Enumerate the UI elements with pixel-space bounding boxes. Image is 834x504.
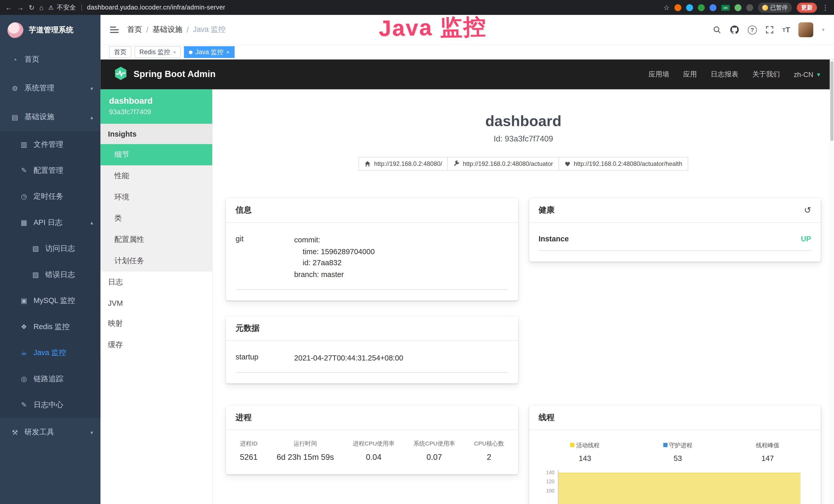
monitor-icon: ▤ bbox=[10, 113, 19, 121]
avatar-caret-icon[interactable]: ▾ bbox=[822, 27, 824, 32]
fullscreen-icon[interactable] bbox=[765, 25, 774, 34]
sba-item-environment[interactable]: 环境 bbox=[101, 187, 212, 208]
sidebar-item-infra[interactable]: ▤ 基础设施 ▴ bbox=[0, 103, 101, 132]
sba-item-caches[interactable]: 缓存 bbox=[101, 335, 212, 356]
extension-icon[interactable] bbox=[734, 4, 742, 11]
menu-dots-icon[interactable]: ⋮ bbox=[822, 3, 829, 11]
sidebar-item-label: 文件管理 bbox=[34, 140, 63, 149]
breadcrumb-infra[interactable]: 基础设施 bbox=[153, 25, 182, 35]
process-metrics: 进程ID 5261 运行时间 6d 23h 15m 59s 进程CPU使用率 bbox=[236, 439, 508, 465]
user-avatar[interactable] bbox=[798, 22, 813, 37]
collapse-sidebar-icon[interactable] bbox=[110, 27, 119, 33]
health-url-link[interactable]: http://192.168.0.2:48080/actuator/health bbox=[558, 157, 688, 171]
annotation-java-monitor: Java 监控 bbox=[378, 12, 487, 43]
breadcrumb-home[interactable]: 首页 bbox=[127, 25, 142, 35]
extension-on-icon[interactable]: on bbox=[721, 5, 730, 10]
extension-icon[interactable] bbox=[686, 4, 693, 11]
history-icon[interactable]: ↺ bbox=[804, 205, 811, 215]
warning-icon: ⚠ bbox=[48, 4, 53, 11]
browser-toolbar: ← → ↻ ⌂ ⚠ 不安全 dashboard.yudao.iocoder.cn… bbox=[0, 0, 834, 15]
access-log-icon: ▧ bbox=[31, 245, 40, 253]
font-size-icon[interactable]: TT bbox=[782, 25, 790, 34]
sba-item-details[interactable]: 细节 bbox=[101, 144, 212, 165]
forward-icon[interactable]: → bbox=[17, 3, 24, 11]
chevron-up-icon: ▴ bbox=[90, 114, 93, 120]
app-logo[interactable]: 芋道管理系统 bbox=[0, 15, 101, 45]
extension-icon[interactable] bbox=[675, 4, 681, 11]
sba-item-jvm[interactable]: JVM bbox=[101, 293, 212, 313]
sba-nav-about[interactable]: 关于我们 bbox=[752, 70, 780, 79]
wrench-icon bbox=[453, 160, 460, 167]
sidebar-item-mysql-monitor[interactable]: ▣ MySQL 监控 bbox=[0, 288, 101, 314]
scrollbar-thumb[interactable] bbox=[830, 61, 833, 141]
sidebar-submenu-infra: ▥ 文件管理 ✎ 配置管理 ◷ 定时任务 ▦ API 日志 ▴ ▧ bbox=[0, 131, 101, 418]
clock-icon: ◷ bbox=[20, 192, 28, 201]
info-value: commit: time: 1596289704000 id: 27aa832 … bbox=[294, 234, 375, 281]
instance-header[interactable]: dashboard 93a3fc7f7409 bbox=[101, 89, 212, 124]
sidebar-item-trace[interactable]: ◎ 链路追踪 bbox=[0, 366, 101, 392]
sidebar-item-error-log[interactable]: ▨ 错误日志 bbox=[0, 261, 101, 288]
screenshot-stage: ← → ↻ ⌂ ⚠ 不安全 dashboard.yudao.iocoder.cn… bbox=[0, 0, 834, 504]
sba-item-classes[interactable]: 类 bbox=[101, 208, 212, 229]
back-icon[interactable]: ← bbox=[5, 3, 12, 11]
paused-badge[interactable]: 已暂停 bbox=[758, 2, 792, 12]
health-label: Instance bbox=[539, 234, 569, 243]
github-icon[interactable] bbox=[730, 25, 739, 35]
divider bbox=[81, 4, 82, 11]
locale-select[interactable]: zh-CN ▼ bbox=[794, 70, 821, 78]
home-icon[interactable]: ⌂ bbox=[39, 3, 43, 11]
search-icon[interactable] bbox=[712, 25, 721, 34]
close-icon[interactable]: × bbox=[226, 49, 229, 55]
sba-nav-wallboard[interactable]: 应用墙 bbox=[649, 70, 670, 79]
sidebar-item-home[interactable]: ◔ 首页 bbox=[0, 45, 101, 74]
health-instance-row[interactable]: Instance UP bbox=[539, 234, 811, 251]
process-metric: 进程CPU使用率 0.04 bbox=[353, 440, 395, 462]
reload-icon[interactable]: ↻ bbox=[29, 3, 35, 11]
sidebar-item-scheduled-job[interactable]: ◷ 定时任务 bbox=[0, 183, 101, 209]
card-title: 信息 bbox=[226, 198, 518, 223]
sidebar-item-system[interactable]: ⚙ 系统管理 ▾ bbox=[0, 74, 101, 103]
extension-icon[interactable] bbox=[698, 4, 705, 11]
sidebar-item-log-center[interactable]: ✎ 日志中心 bbox=[0, 392, 101, 418]
tab-redis-monitor[interactable]: Redis 监控 × bbox=[135, 46, 181, 58]
card-title: 线程 bbox=[529, 406, 821, 430]
tools-icon: ⚒ bbox=[10, 428, 19, 436]
sidebar-item-redis-monitor[interactable]: ❖ Redis 监控 bbox=[0, 314, 101, 340]
sba-nav-applications[interactable]: 应用 bbox=[683, 70, 697, 79]
sidebar-item-file-manage[interactable]: ▥ 文件管理 bbox=[0, 131, 101, 157]
extension-icon[interactable] bbox=[709, 4, 716, 11]
bookmark-star-icon[interactable]: ☆ bbox=[663, 3, 670, 11]
sba-nav-journal[interactable]: 日志报表 bbox=[711, 70, 739, 79]
address-bar[interactable]: ⚠ 不安全 dashboard.yudao.iocoder.cn/infra/a… bbox=[48, 3, 225, 12]
sidebar-item-label: 链路追踪 bbox=[34, 374, 63, 384]
sidebar-item-java-monitor[interactable]: ☕ Java 监控 bbox=[0, 340, 101, 366]
sidebar-item-label: 系统管理 bbox=[24, 84, 54, 93]
close-icon[interactable]: × bbox=[173, 49, 176, 55]
tab-home[interactable]: 首页 bbox=[109, 46, 132, 58]
sba-item-scheduled-tasks[interactable]: 计划任务 bbox=[101, 250, 212, 272]
insights-section-label: Insights bbox=[101, 124, 212, 144]
chevron-up-icon: ▴ bbox=[90, 220, 93, 225]
sidebar-item-access-log[interactable]: ▧ 访问日志 bbox=[0, 235, 101, 261]
tab-java-monitor[interactable]: Java 监控 × bbox=[184, 46, 234, 58]
sidebar-item-dev-tools[interactable]: ⚒ 研发工具 ▾ bbox=[0, 418, 101, 447]
sba-item-logs[interactable]: 日志 bbox=[101, 272, 212, 293]
sba-item-metrics[interactable]: 性能 bbox=[101, 165, 212, 187]
breadcrumb-current: Java 监控 bbox=[193, 25, 225, 35]
service-url-link[interactable]: http://192.168.0.2:48080/ bbox=[358, 157, 448, 171]
sidebar-item-api-log[interactable]: ▦ API 日志 ▴ bbox=[0, 209, 101, 235]
sba-item-config-props[interactable]: 配置属性 bbox=[101, 229, 212, 251]
page-title: dashboard bbox=[226, 113, 821, 130]
sidebar-item-config-manage[interactable]: ✎ 配置管理 bbox=[0, 157, 101, 183]
update-button[interactable]: 更新 bbox=[797, 2, 817, 12]
card-title: 元数据 bbox=[226, 316, 518, 341]
insights-group: Insights 细节 性能 环境 类 配置属性 计划任务 bbox=[101, 124, 212, 272]
sba-item-mappings[interactable]: 映射 bbox=[101, 313, 212, 335]
help-icon[interactable]: ? bbox=[748, 25, 757, 34]
sba-brand[interactable]: Spring Boot Admin bbox=[113, 66, 216, 83]
sidebar-item-label: 研发工具 bbox=[24, 428, 54, 437]
extension-puzzle-icon[interactable] bbox=[746, 4, 753, 11]
scrollbar[interactable] bbox=[830, 60, 834, 504]
actuator-url-link[interactable]: http://192.168.0.2:48080/actuator bbox=[447, 157, 559, 171]
gear-icon: ⚙ bbox=[10, 84, 19, 92]
